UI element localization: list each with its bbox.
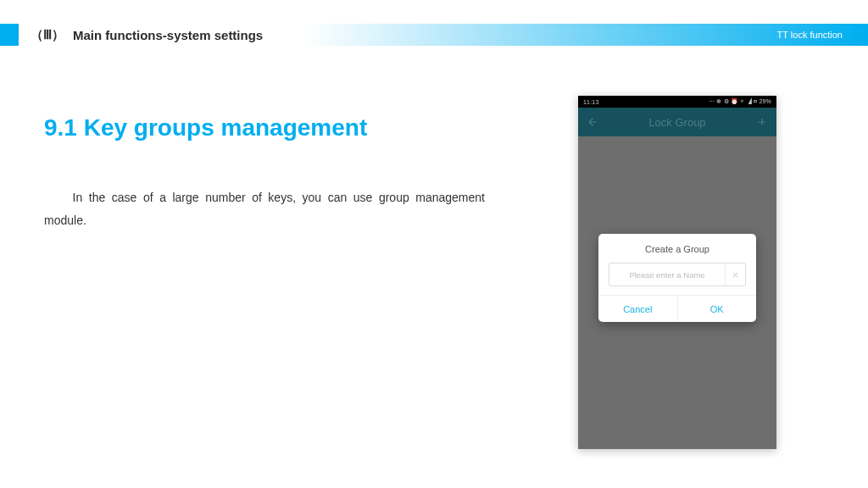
header-right-label: TT lock function [777, 24, 843, 46]
phone-screenshot: 11:13 ⋯ ✻ ⚙ ⏰ ᯤ ◢ ▭ 29% Lock Group Creat… [578, 96, 776, 449]
section-heading: 9.1 Key groups management [44, 114, 367, 141]
dialog-input-row: × [609, 263, 746, 286]
dialog-buttons: Cancel OK [598, 295, 756, 322]
dialog-title: Create a Group [598, 234, 756, 263]
header-accent-tab [0, 24, 19, 46]
phone-app-bar: Lock Group [578, 108, 776, 136]
cancel-button[interactable]: Cancel [598, 296, 677, 322]
status-icons: ⋯ ✻ ⚙ ⏰ ᯤ ◢ ▭ 29% [709, 98, 771, 105]
header-title-text: Main functions-system settings [73, 28, 263, 42]
section-body: In the case of a large number of keys, y… [44, 186, 485, 231]
header-title: （Ⅲ） Main functions-system settings [31, 24, 263, 46]
ok-button[interactable]: OK [677, 296, 757, 322]
back-icon[interactable] [587, 116, 598, 128]
create-group-dialog: Create a Group × Cancel OK [598, 234, 756, 322]
clear-input-icon[interactable]: × [725, 263, 745, 286]
plus-icon[interactable] [756, 116, 768, 128]
status-time: 11:13 [583, 99, 599, 105]
header-chapter: （Ⅲ） [31, 27, 64, 43]
app-bar-title: Lock Group [598, 116, 756, 129]
group-name-input[interactable] [609, 270, 725, 280]
phone-status-bar: 11:13 ⋯ ✻ ⚙ ⏰ ᯤ ◢ ▭ 29% [578, 96, 776, 108]
